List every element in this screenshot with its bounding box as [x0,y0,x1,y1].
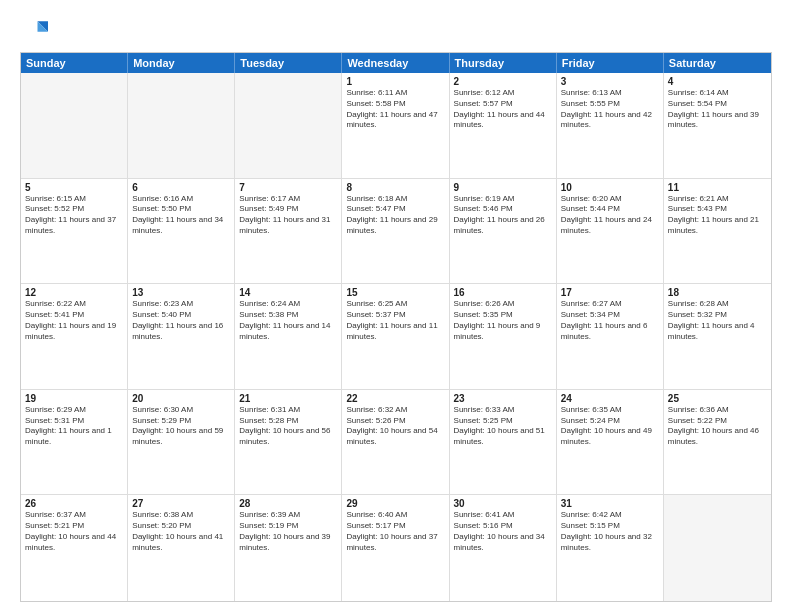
cal-header-cell: Thursday [450,53,557,73]
calendar-row: 12Sunrise: 6:22 AM Sunset: 5:41 PM Dayli… [21,284,771,390]
cell-text: Sunrise: 6:35 AM Sunset: 5:24 PM Dayligh… [561,405,659,448]
day-number: 25 [668,393,767,404]
calendar-cell: 25Sunrise: 6:36 AM Sunset: 5:22 PM Dayli… [664,390,771,495]
cell-text: Sunrise: 6:19 AM Sunset: 5:46 PM Dayligh… [454,194,552,237]
day-number: 8 [346,182,444,193]
day-number: 16 [454,287,552,298]
day-number: 29 [346,498,444,509]
day-number: 28 [239,498,337,509]
day-number: 21 [239,393,337,404]
day-number: 23 [454,393,552,404]
cell-text: Sunrise: 6:27 AM Sunset: 5:34 PM Dayligh… [561,299,659,342]
cell-text: Sunrise: 6:37 AM Sunset: 5:21 PM Dayligh… [25,510,123,553]
calendar-row: 1Sunrise: 6:11 AM Sunset: 5:58 PM Daylig… [21,73,771,179]
cell-text: Sunrise: 6:13 AM Sunset: 5:55 PM Dayligh… [561,88,659,131]
logo-icon [20,16,48,44]
calendar-cell [128,73,235,178]
calendar-cell [664,495,771,601]
calendar-cell: 30Sunrise: 6:41 AM Sunset: 5:16 PM Dayli… [450,495,557,601]
cell-text: Sunrise: 6:16 AM Sunset: 5:50 PM Dayligh… [132,194,230,237]
calendar-cell: 12Sunrise: 6:22 AM Sunset: 5:41 PM Dayli… [21,284,128,389]
cal-header-cell: Monday [128,53,235,73]
cal-header-cell: Tuesday [235,53,342,73]
cell-text: Sunrise: 6:26 AM Sunset: 5:35 PM Dayligh… [454,299,552,342]
day-number: 4 [668,76,767,87]
cell-text: Sunrise: 6:38 AM Sunset: 5:20 PM Dayligh… [132,510,230,553]
calendar-cell [21,73,128,178]
day-number: 27 [132,498,230,509]
calendar-cell: 18Sunrise: 6:28 AM Sunset: 5:32 PM Dayli… [664,284,771,389]
day-number: 13 [132,287,230,298]
cell-text: Sunrise: 6:21 AM Sunset: 5:43 PM Dayligh… [668,194,767,237]
day-number: 18 [668,287,767,298]
day-number: 22 [346,393,444,404]
day-number: 10 [561,182,659,193]
day-number: 30 [454,498,552,509]
cell-text: Sunrise: 6:25 AM Sunset: 5:37 PM Dayligh… [346,299,444,342]
cell-text: Sunrise: 6:32 AM Sunset: 5:26 PM Dayligh… [346,405,444,448]
day-number: 1 [346,76,444,87]
calendar-cell: 5Sunrise: 6:15 AM Sunset: 5:52 PM Daylig… [21,179,128,284]
calendar-cell: 8Sunrise: 6:18 AM Sunset: 5:47 PM Daylig… [342,179,449,284]
cell-text: Sunrise: 6:30 AM Sunset: 5:29 PM Dayligh… [132,405,230,448]
cal-header-cell: Sunday [21,53,128,73]
logo [20,16,52,44]
calendar-cell: 14Sunrise: 6:24 AM Sunset: 5:38 PM Dayli… [235,284,342,389]
cell-text: Sunrise: 6:17 AM Sunset: 5:49 PM Dayligh… [239,194,337,237]
day-number: 20 [132,393,230,404]
cell-text: Sunrise: 6:42 AM Sunset: 5:15 PM Dayligh… [561,510,659,553]
cell-text: Sunrise: 6:22 AM Sunset: 5:41 PM Dayligh… [25,299,123,342]
calendar-cell: 21Sunrise: 6:31 AM Sunset: 5:28 PM Dayli… [235,390,342,495]
cal-header-cell: Friday [557,53,664,73]
calendar-cell: 15Sunrise: 6:25 AM Sunset: 5:37 PM Dayli… [342,284,449,389]
calendar-cell: 6Sunrise: 6:16 AM Sunset: 5:50 PM Daylig… [128,179,235,284]
day-number: 2 [454,76,552,87]
calendar-row: 5Sunrise: 6:15 AM Sunset: 5:52 PM Daylig… [21,179,771,285]
calendar-cell: 4Sunrise: 6:14 AM Sunset: 5:54 PM Daylig… [664,73,771,178]
day-number: 11 [668,182,767,193]
day-number: 14 [239,287,337,298]
cell-text: Sunrise: 6:31 AM Sunset: 5:28 PM Dayligh… [239,405,337,448]
cell-text: Sunrise: 6:24 AM Sunset: 5:38 PM Dayligh… [239,299,337,342]
calendar-cell: 26Sunrise: 6:37 AM Sunset: 5:21 PM Dayli… [21,495,128,601]
calendar-cell: 7Sunrise: 6:17 AM Sunset: 5:49 PM Daylig… [235,179,342,284]
day-number: 17 [561,287,659,298]
day-number: 6 [132,182,230,193]
cal-header-cell: Saturday [664,53,771,73]
cell-text: Sunrise: 6:18 AM Sunset: 5:47 PM Dayligh… [346,194,444,237]
calendar-cell: 11Sunrise: 6:21 AM Sunset: 5:43 PM Dayli… [664,179,771,284]
day-number: 5 [25,182,123,193]
calendar-cell: 28Sunrise: 6:39 AM Sunset: 5:19 PM Dayli… [235,495,342,601]
day-number: 19 [25,393,123,404]
cell-text: Sunrise: 6:11 AM Sunset: 5:58 PM Dayligh… [346,88,444,131]
calendar-row: 19Sunrise: 6:29 AM Sunset: 5:31 PM Dayli… [21,390,771,496]
cell-text: Sunrise: 6:14 AM Sunset: 5:54 PM Dayligh… [668,88,767,131]
day-number: 3 [561,76,659,87]
header [20,16,772,44]
cell-text: Sunrise: 6:39 AM Sunset: 5:19 PM Dayligh… [239,510,337,553]
calendar-cell: 2Sunrise: 6:12 AM Sunset: 5:57 PM Daylig… [450,73,557,178]
day-number: 12 [25,287,123,298]
calendar-header: SundayMondayTuesdayWednesdayThursdayFrid… [21,53,771,73]
day-number: 9 [454,182,552,193]
calendar-cell: 17Sunrise: 6:27 AM Sunset: 5:34 PM Dayli… [557,284,664,389]
calendar-cell: 13Sunrise: 6:23 AM Sunset: 5:40 PM Dayli… [128,284,235,389]
cell-text: Sunrise: 6:29 AM Sunset: 5:31 PM Dayligh… [25,405,123,448]
cell-text: Sunrise: 6:40 AM Sunset: 5:17 PM Dayligh… [346,510,444,553]
calendar: SundayMondayTuesdayWednesdayThursdayFrid… [20,52,772,602]
calendar-cell: 19Sunrise: 6:29 AM Sunset: 5:31 PM Dayli… [21,390,128,495]
cell-text: Sunrise: 6:12 AM Sunset: 5:57 PM Dayligh… [454,88,552,131]
calendar-cell: 20Sunrise: 6:30 AM Sunset: 5:29 PM Dayli… [128,390,235,495]
page: SundayMondayTuesdayWednesdayThursdayFrid… [0,0,792,612]
calendar-cell: 9Sunrise: 6:19 AM Sunset: 5:46 PM Daylig… [450,179,557,284]
calendar-cell: 16Sunrise: 6:26 AM Sunset: 5:35 PM Dayli… [450,284,557,389]
calendar-cell: 10Sunrise: 6:20 AM Sunset: 5:44 PM Dayli… [557,179,664,284]
calendar-cell: 22Sunrise: 6:32 AM Sunset: 5:26 PM Dayli… [342,390,449,495]
calendar-cell: 27Sunrise: 6:38 AM Sunset: 5:20 PM Dayli… [128,495,235,601]
day-number: 15 [346,287,444,298]
calendar-cell: 24Sunrise: 6:35 AM Sunset: 5:24 PM Dayli… [557,390,664,495]
calendar-cell: 29Sunrise: 6:40 AM Sunset: 5:17 PM Dayli… [342,495,449,601]
calendar-body: 1Sunrise: 6:11 AM Sunset: 5:58 PM Daylig… [21,73,771,601]
cal-header-cell: Wednesday [342,53,449,73]
day-number: 31 [561,498,659,509]
